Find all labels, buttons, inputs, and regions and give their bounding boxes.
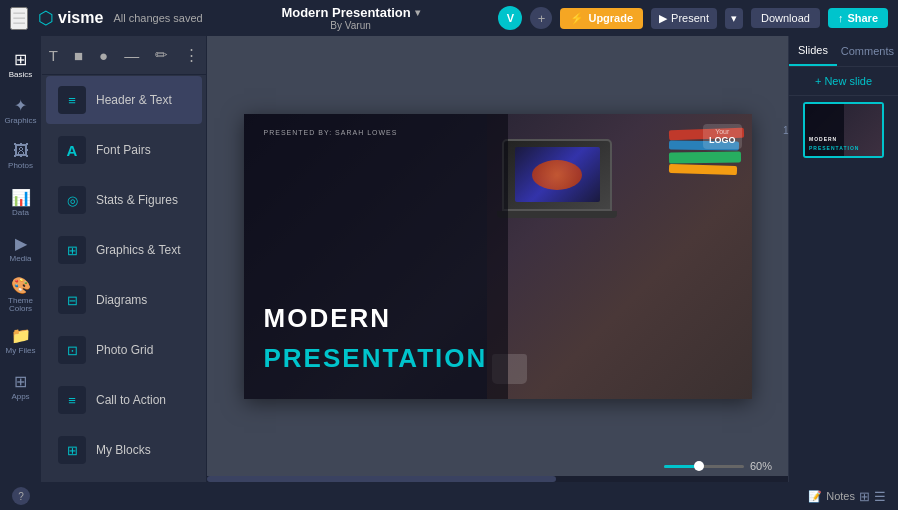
slide-presented-by: PRESENTED BY: SARAH LOWES [264, 129, 398, 136]
saved-status: All changes saved [113, 12, 202, 24]
header-text-icon: ≡ [58, 86, 86, 114]
slide-image-area [487, 114, 751, 399]
sidebar-item-data[interactable]: 📊 Data [1, 180, 41, 224]
slide-thumb-inner: MODERN PRESENTATION [805, 104, 882, 156]
horizontal-scrollbar[interactable] [207, 476, 788, 482]
stats-icon: ◎ [58, 186, 86, 214]
tab-comments[interactable]: Comments [837, 36, 898, 66]
main-area: ⊞ Basics ✦ Graphics 🖼 Photos 📊 Data ▶ Me… [0, 36, 898, 482]
panel-item-photo-grid[interactable]: ⊡ Photo Grid [46, 326, 202, 374]
new-slide-button[interactable]: + New slide [789, 67, 898, 96]
sidebar-item-photos[interactable]: 🖼 Photos [1, 134, 41, 178]
media-icon: ▶ [15, 234, 27, 253]
panel-item-stats-figures[interactable]: ◎ Stats & Figures [46, 176, 202, 224]
grid-view-button[interactable]: ⊞ [859, 489, 870, 504]
topbar: ☰ ⬡ visme All changes saved Modern Prese… [0, 0, 898, 36]
tab-slides[interactable]: Slides [789, 36, 837, 66]
logo: ⬡ visme [38, 7, 103, 29]
add-button[interactable]: + [530, 7, 552, 29]
content-panel: T ■ ● — ✏ ⋮ ≡ Header & Text A Font Pairs… [42, 36, 207, 482]
call-to-action-icon: ≡ [58, 386, 86, 414]
bottom-left: ? [12, 487, 30, 505]
thumb-title2: PRESENTATION [809, 145, 859, 151]
more-tools-button[interactable]: ⋮ [180, 44, 203, 66]
line-tool-button[interactable]: — [120, 45, 143, 66]
slide-title-modern: MODERN [264, 303, 392, 334]
present-dropdown-button[interactable]: ▾ [725, 8, 743, 29]
diagrams-icon: ⊟ [58, 286, 86, 314]
circle-tool-button[interactable]: ● [95, 45, 112, 66]
share-button[interactable]: ↑ Share [828, 8, 888, 28]
panel-item-my-blocks[interactable]: ⊞ My Blocks [46, 426, 202, 474]
canvas-wrapper[interactable]: PRESENTED BY: SARAH LOWES Your LOGO MODE… [207, 36, 788, 476]
sidebar-item-basics[interactable]: ⊞ Basics [1, 42, 41, 86]
apps-icon: ⊞ [14, 372, 27, 391]
help-button[interactable]: ? [12, 487, 30, 505]
rect-tool-button[interactable]: ■ [70, 45, 87, 66]
data-icon: 📊 [11, 188, 31, 207]
panel-items-list: ≡ Header & Text A Font Pairs ◎ Stats & F… [42, 75, 206, 482]
files-icon: 📁 [11, 326, 31, 345]
sidebar-item-my-files[interactable]: 📁 My Files [1, 318, 41, 362]
zoom-percent-label: 60% [750, 460, 772, 472]
text-tool-button[interactable]: T [45, 45, 62, 66]
panel-item-diagrams[interactable]: ⊟ Diagrams [46, 276, 202, 324]
slide-title-presentation: PRESENTATION [264, 343, 488, 374]
bottom-bar: ? 📝 Notes ⊞ ☰ [0, 482, 898, 510]
slide-canvas[interactable]: PRESENTED BY: SARAH LOWES Your LOGO MODE… [244, 114, 752, 399]
sidebar-item-apps[interactable]: ⊞ Apps [1, 364, 41, 408]
title-caret-icon[interactable]: ▾ [415, 7, 420, 18]
sidebar-item-graphics[interactable]: ✦ Graphics [1, 88, 41, 132]
slide-logo: Your LOGO [703, 124, 742, 149]
theme-icon: 🎨 [11, 276, 31, 295]
panel-toolbar: T ■ ● — ✏ ⋮ [42, 36, 206, 75]
font-pairs-icon: A [58, 136, 86, 164]
scrollbar-thumb[interactable] [207, 476, 556, 482]
upgrade-button[interactable]: ⚡ Upgrade [560, 8, 643, 29]
panel-item-graphics-text[interactable]: ⊞ Graphics & Text [46, 226, 202, 274]
topbar-right: V + ⚡ Upgrade ▶ Present ▾ Download ↑ Sha… [498, 6, 888, 30]
pen-tool-button[interactable]: ✏ [151, 44, 172, 66]
logo-text: visme [58, 9, 103, 27]
photos-icon: 🖼 [13, 142, 29, 160]
topbar-center: Modern Presentation ▾ By Varun [281, 5, 419, 31]
notes-icon: 📝 [808, 490, 822, 503]
canvas-area: PRESENTED BY: SARAH LOWES Your LOGO MODE… [207, 36, 788, 482]
presentation-subtitle: By Varun [330, 20, 370, 31]
slide-number: 1 [783, 125, 789, 136]
panel-item-font-pairs[interactable]: A Font Pairs [46, 126, 202, 174]
laptop-decoration [502, 139, 617, 218]
hamburger-menu-button[interactable]: ☰ [10, 7, 28, 30]
topbar-left: ☰ ⬡ visme All changes saved [10, 7, 203, 30]
play-icon: ▶ [659, 12, 667, 25]
zoom-slider-thumb[interactable] [694, 461, 704, 471]
panel-item-header-text[interactable]: ≡ Header & Text [46, 76, 202, 124]
graphics-text-icon: ⊞ [58, 236, 86, 264]
thumb-title1: MODERN [809, 136, 837, 142]
photo-grid-icon: ⊡ [58, 336, 86, 364]
upgrade-icon: ⚡ [570, 12, 584, 25]
zoom-bar: 60% [664, 460, 772, 472]
share-icon: ↑ [838, 12, 844, 24]
present-button[interactable]: ▶ Present [651, 8, 717, 29]
avatar: V [498, 6, 522, 30]
graphics-icon: ✦ [14, 96, 27, 115]
right-panel: Slides Comments + New slide 1 MODERN PRE… [788, 36, 898, 482]
download-button[interactable]: Download [751, 8, 820, 28]
presentation-title: Modern Presentation ▾ [281, 5, 419, 20]
panel-item-call-to-action[interactable]: ≡ Call to Action [46, 376, 202, 424]
logo-icon: ⬡ [38, 7, 54, 29]
view-controls: 📝 Notes ⊞ ☰ [808, 489, 886, 504]
basics-icon: ⊞ [14, 50, 27, 69]
notes-button[interactable]: 📝 Notes [808, 489, 855, 504]
sidebar-item-theme-colors[interactable]: 🎨 Theme Colors [1, 272, 41, 316]
right-tabs: Slides Comments [789, 36, 898, 67]
list-view-button[interactable]: ☰ [874, 489, 886, 504]
zoom-slider-track[interactable] [664, 465, 744, 468]
left-sidebar: ⊞ Basics ✦ Graphics 🖼 Photos 📊 Data ▶ Me… [0, 36, 42, 482]
zoom-slider-fill [664, 465, 696, 468]
slide-thumbnail-1[interactable]: MODERN PRESENTATION [803, 102, 884, 158]
slide-thumbnail-container: 1 MODERN PRESENTATION [797, 96, 890, 164]
sidebar-item-media[interactable]: ▶ Media [1, 226, 41, 270]
my-blocks-icon: ⊞ [58, 436, 86, 464]
